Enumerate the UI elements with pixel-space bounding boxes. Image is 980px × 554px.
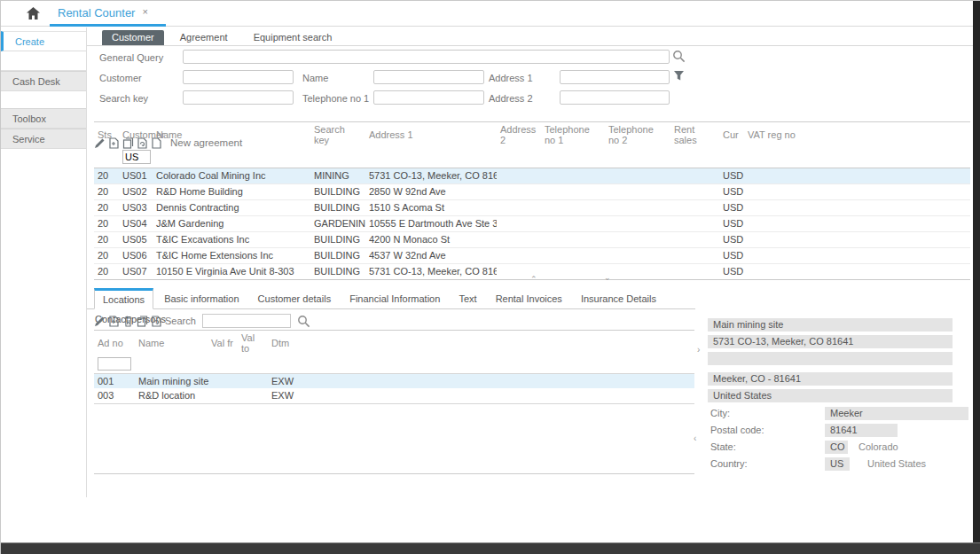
col-telephone2[interactable]: Telephone no 2 [605, 122, 670, 148]
tab-financial-information[interactable]: Financial Information [341, 288, 448, 308]
refresh-record-icon[interactable] [151, 316, 162, 327]
state-code-field: CO [825, 441, 848, 454]
tab-locations[interactable]: Locations [94, 288, 153, 309]
collapse-down-icon[interactable]: ⌄ [604, 274, 611, 282]
col-cur[interactable]: Cur [719, 122, 744, 148]
location-address1-field: 5731 CO-13, Meeker, CO 81641 [708, 335, 953, 348]
address1-input[interactable] [560, 70, 670, 84]
table-row[interactable]: 20US02 R&D Home BuildingBUILDING 2850 W … [94, 183, 970, 199]
state-label: State: [710, 441, 736, 452]
postal-code-row: Postal code: 81641 [708, 423, 970, 440]
table-row[interactable]: 20US06 T&IC Home Extensions IncBUILDING … [94, 247, 970, 263]
sidebar-item-label: Toolbox [12, 113, 46, 124]
col-val-fr[interactable]: Val fr [208, 331, 238, 356]
table-row[interactable]: 20US04 J&M GardeningGARDENING 10555 E Da… [94, 215, 970, 231]
copy-icon[interactable] [137, 316, 148, 327]
table-filter-row [94, 147, 970, 168]
active-tab-underline [50, 24, 166, 27]
tab-customer-details[interactable]: Customer details [250, 288, 340, 308]
table-row[interactable]: 003R&D location EXW [94, 388, 694, 403]
col-ad-no[interactable]: Ad no [94, 331, 135, 356]
collapse-left-icon[interactable]: ‹ [694, 433, 696, 443]
search-key-input[interactable] [183, 90, 294, 105]
col-customer[interactable]: Customer [119, 122, 153, 148]
tab-equipment-search[interactable]: Equipment search [244, 30, 342, 45]
ad-no-filter-input[interactable] [98, 357, 131, 371]
col-telephone1[interactable]: Telephone no 1 [541, 122, 605, 148]
sidebar: Create Cash Desk Toolbox Service [1, 27, 87, 497]
location-country-field: United States [708, 389, 953, 402]
country-row: Country: US United States [708, 456, 970, 473]
search-label: Search [165, 316, 196, 326]
table-row[interactable]: 20US03 Dennis ContractingBUILDING 1510 S… [94, 199, 970, 215]
col-address1[interactable]: Address 1 [365, 122, 497, 148]
col-address2[interactable]: Address 2 [497, 122, 541, 148]
col-val-to[interactable]: Val to [238, 331, 268, 356]
sidebar-item-label: Cash Desk [12, 76, 60, 87]
collapse-right-icon[interactable]: › [697, 345, 700, 355]
tab-agreement[interactable]: Agreement [170, 30, 238, 45]
window-edge-bottom [1, 542, 980, 554]
locations-table: Ad no Name Val fr Val to Dtm 001Main min… [94, 330, 694, 404]
sidebar-create-submenu [1, 51, 86, 71]
col-name[interactable]: Name [153, 122, 310, 148]
edit-icon[interactable] [94, 316, 106, 327]
country-code-field: US [825, 457, 850, 471]
address-panel: Main mining site 5731 CO-13, Meeker, CO … [708, 318, 970, 473]
col-vat-reg-no[interactable]: VAT reg no [744, 122, 970, 148]
tab-insurance-details[interactable]: Insurance Details [573, 288, 664, 308]
telephone1-input[interactable] [373, 90, 484, 105]
customer-input[interactable] [183, 70, 294, 84]
country-label: Country: [710, 458, 748, 469]
address1-label: Address 1 [489, 73, 533, 83]
col-dtm[interactable]: Dtm [268, 331, 308, 356]
table-row[interactable]: 20US05 T&IC Excavations IncBUILDING 4200… [94, 231, 970, 247]
postal-code-label: Postal code: [710, 425, 764, 435]
sidebar-item-toolbox[interactable]: Toolbox [1, 108, 86, 129]
table-header-row: Ad no Name Val fr Val to Dtm [94, 331, 694, 356]
new-record-icon[interactable] [108, 316, 120, 327]
col-search-key[interactable]: Search key [310, 122, 365, 148]
home-icon[interactable] [26, 6, 41, 20]
tab-rental-invoices[interactable]: Rental Invoices [488, 288, 570, 308]
close-icon[interactable]: × [142, 6, 147, 17]
tab-text[interactable]: Text [451, 288, 484, 308]
table-row[interactable]: 20US01 Colorado Coal Mining IncMINING 57… [94, 168, 970, 183]
filter-icon[interactable] [673, 70, 685, 82]
customer-label: Customer [99, 73, 142, 83]
sidebar-spacer [1, 91, 86, 108]
detail-tab-strip: Locations Basic information Customer det… [87, 287, 695, 309]
search-icon[interactable] [672, 50, 686, 63]
name-input[interactable] [373, 70, 484, 84]
table-header-row: Sts Customer Name Search key Address 1 A… [94, 122, 970, 148]
city-row: City: Meeker [708, 406, 970, 423]
col-sts[interactable]: Sts [94, 122, 119, 148]
search-icon[interactable] [297, 315, 310, 328]
delete-icon[interactable] [122, 316, 134, 327]
splitter-line[interactable] [540, 279, 600, 280]
sidebar-item-service[interactable]: Service [1, 129, 86, 149]
tab-basic-information[interactable]: Basic information [156, 288, 247, 308]
sidebar-item-create[interactable]: Create [1, 31, 86, 51]
locations-toolbar: Search [94, 313, 310, 329]
general-query-label: General Query [99, 52, 163, 63]
location-city-state-zip-field: Meeker, CO - 81641 [708, 372, 953, 386]
col-rent-sales[interactable]: Rent sales [670, 122, 719, 148]
col-name[interactable]: Name [135, 331, 208, 356]
general-query-input[interactable] [183, 50, 670, 64]
table-row[interactable]: 001Main mining site EXW [94, 373, 694, 388]
document-tab-rental-counter[interactable]: Rental Counter× [58, 6, 148, 20]
customer-table: Sts Customer Name Search key Address 1 A… [94, 121, 970, 280]
main-content: Customer Agreement Equipment search Gene… [87, 27, 974, 524]
sidebar-item-cash-desk[interactable]: Cash Desk [1, 71, 86, 91]
locations-search-input[interactable] [202, 314, 291, 328]
state-name-text: Colorado [858, 441, 898, 452]
customer-filter-input[interactable] [122, 150, 151, 164]
address2-input[interactable] [560, 90, 670, 105]
collapse-up-icon[interactable]: ⌃ [530, 276, 537, 284]
tab-customer[interactable]: Customer [102, 30, 164, 45]
table-filter-row [94, 355, 694, 373]
telephone1-label: Telephone no 1 [302, 93, 369, 104]
state-row: State: CO Colorado [708, 440, 970, 456]
address2-label: Address 2 [489, 93, 533, 104]
